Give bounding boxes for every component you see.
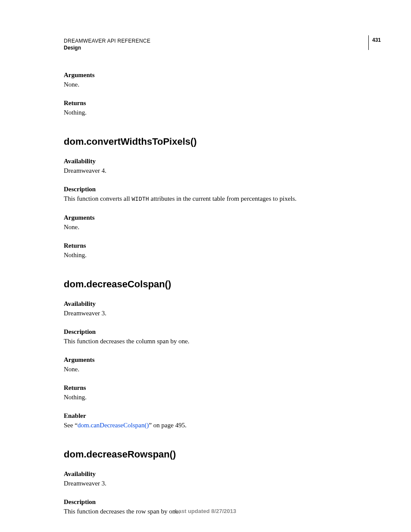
- arguments-label: Arguments: [64, 356, 372, 364]
- method-heading: dom.decreaseColspan(): [64, 279, 372, 290]
- enabler-label: Enabler: [64, 412, 372, 420]
- arguments-value: None.: [64, 223, 372, 232]
- returns-value: Nothing.: [64, 251, 372, 260]
- method-heading: dom.convertWidthsToPixels(): [64, 136, 372, 147]
- arguments-value: None.: [64, 365, 372, 374]
- returns-label: Returns: [64, 100, 372, 107]
- arguments-value: None.: [64, 80, 372, 89]
- enabler-pre: See “: [64, 422, 78, 429]
- enabler-post: ” on page 495.: [149, 422, 186, 429]
- header-left: DREAMWEAVER API REFERENCE Design: [64, 38, 150, 51]
- arguments-label: Arguments: [64, 214, 372, 221]
- section-name: Design: [64, 45, 150, 51]
- description-pre: This function converts all: [64, 195, 131, 202]
- returns-value: Nothing.: [64, 108, 372, 117]
- enabler-link[interactable]: dom.canDecreaseColspan(): [78, 422, 149, 429]
- description-value: This function decreases the column span …: [64, 337, 372, 346]
- availability-label: Availability: [64, 158, 372, 165]
- availability-value: Dreamweaver 3.: [64, 309, 372, 318]
- arguments-label: Arguments: [64, 72, 372, 79]
- description-post: attributes in the current table from per…: [149, 195, 296, 202]
- description-label: Description: [64, 498, 372, 506]
- availability-value: Dreamweaver 4.: [64, 166, 372, 175]
- availability-label: Availability: [64, 300, 372, 308]
- availability-label: Availability: [64, 470, 372, 478]
- returns-value: Nothing.: [64, 393, 372, 402]
- doc-title: DREAMWEAVER API REFERENCE: [64, 38, 150, 44]
- method-heading: dom.decreaseRowspan(): [64, 449, 372, 460]
- content-body: Arguments None. Returns Nothing. dom.con…: [64, 72, 372, 516]
- availability-value: Dreamweaver 3.: [64, 479, 372, 488]
- description-value: This function converts all WIDTH attribu…: [64, 194, 372, 204]
- enabler-value: See “dom.canDecreaseColspan()” on page 4…: [64, 421, 372, 430]
- description-code: WIDTH: [131, 196, 149, 202]
- page-footer: Last updated 8/27/2013: [0, 508, 411, 514]
- description-label: Description: [64, 186, 372, 193]
- document-page: DREAMWEAVER API REFERENCE Design 431 Arg…: [0, 0, 411, 532]
- returns-label: Returns: [64, 242, 372, 249]
- page-number: 431: [372, 37, 381, 43]
- description-label: Description: [64, 328, 372, 336]
- returns-label: Returns: [64, 384, 372, 392]
- page-number-box: 431: [368, 35, 381, 50]
- page-header: DREAMWEAVER API REFERENCE Design: [64, 38, 372, 51]
